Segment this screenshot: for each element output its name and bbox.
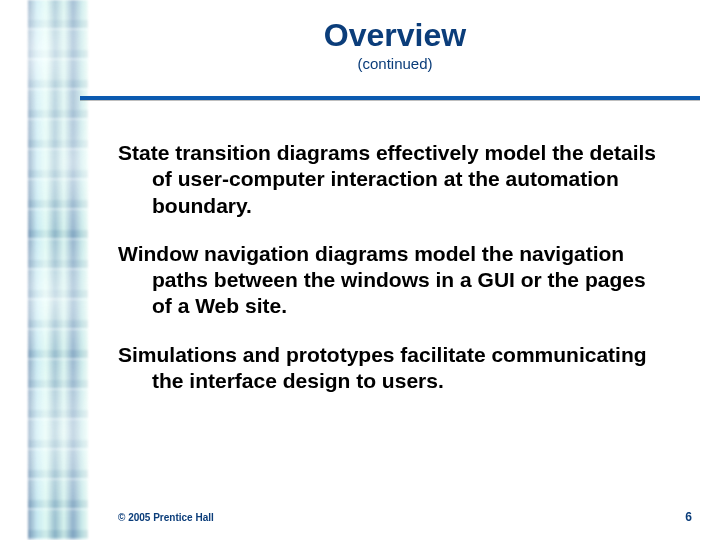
side-decoration-graphic (28, 0, 88, 540)
body-paragraph: Simulations and prototypes facilitate co… (118, 342, 670, 395)
copyright-text: © 2005 Prentice Hall (118, 512, 214, 523)
slide-header: Overview (continued) (90, 18, 700, 72)
slide-body: State transition diagrams effectively mo… (118, 140, 670, 416)
slide: Overview (continued) State transition di… (0, 0, 720, 540)
slide-title: Overview (90, 18, 700, 53)
body-paragraph: State transition diagrams effectively mo… (118, 140, 670, 219)
horizontal-rule (80, 96, 700, 100)
page-number: 6 (685, 510, 692, 524)
slide-footer: © 2005 Prentice Hall 6 (118, 510, 692, 524)
slide-subtitle: (continued) (90, 55, 700, 72)
body-paragraph: Window navigation diagrams model the nav… (118, 241, 670, 320)
